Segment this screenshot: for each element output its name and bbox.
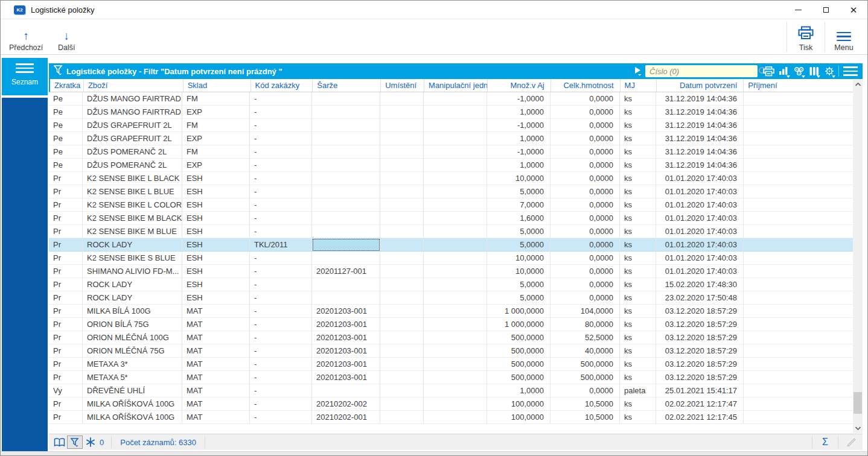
table-cell[interactable]: ks [620, 305, 656, 318]
table-cell[interactable] [424, 252, 487, 265]
table-cell[interactable] [424, 198, 487, 212]
table-cell[interactable]: ESH [182, 265, 250, 278]
table-cell[interactable]: Pe [49, 106, 83, 119]
table-cell[interactable]: ks [620, 145, 656, 159]
table-row[interactable]: PeDŽUS MANGO FAIRTRAD...FM--1,00000,0000… [49, 92, 853, 106]
table-cell[interactable] [744, 172, 853, 185]
table-cell[interactable]: FM [182, 119, 250, 132]
table-cell[interactable]: ESH [182, 238, 250, 252]
table-row[interactable]: PrK2 SENSE BIKE S BLUEESH-10,00000,0000k… [49, 252, 853, 265]
table-cell[interactable] [424, 132, 487, 145]
table-cell[interactable] [744, 265, 853, 278]
table-cell[interactable]: 20201203-001 [312, 344, 380, 358]
table-cell[interactable]: 0,0000 [550, 291, 620, 305]
table-cell[interactable]: - [250, 305, 312, 318]
table-cell[interactable]: - [250, 185, 312, 198]
table-cell[interactable] [380, 305, 424, 318]
vertical-scrollbar[interactable] [853, 80, 863, 433]
column-header[interactable]: Zkratka [50, 79, 84, 92]
table-cell[interactable]: 03.12.2020 18:57:29 [656, 358, 744, 371]
table-cell[interactable]: 0,0000 [550, 252, 620, 265]
column-header[interactable]: Umístění [381, 79, 424, 92]
table-cell[interactable]: - [250, 331, 312, 344]
table-cell[interactable] [312, 291, 380, 305]
table-cell[interactable]: - [250, 318, 312, 331]
table-cell[interactable]: 1 000,0000 [487, 318, 550, 331]
table-cell[interactable] [380, 225, 424, 238]
table-cell[interactable]: - [250, 358, 312, 371]
table-cell[interactable]: FM [182, 145, 250, 159]
table-cell[interactable]: MAT [182, 344, 250, 358]
table-cell[interactable]: 01.01.2020 17:40:03 [656, 212, 744, 225]
run-script-button[interactable] [632, 63, 644, 79]
table-cell[interactable]: 100,0000 [487, 397, 550, 411]
table-cell[interactable] [744, 252, 853, 265]
table-cell[interactable]: Pe [49, 159, 83, 172]
settings-gear-button[interactable] [822, 63, 837, 79]
search-input[interactable] [645, 66, 758, 77]
table-cell[interactable]: Pr [49, 265, 83, 278]
table-cell[interactable]: 100,0000 [487, 411, 550, 424]
table-cell[interactable]: MAT [182, 318, 250, 331]
table-cell[interactable]: ROCK LADY [83, 278, 182, 291]
table-cell[interactable] [312, 278, 380, 291]
table-cell[interactable]: METAXA 3* [83, 358, 182, 371]
table-cell[interactable] [744, 238, 853, 252]
table-cell[interactable]: Pr [49, 198, 83, 212]
column-header[interactable]: Šarže [313, 79, 381, 92]
table-cell[interactable]: 01.01.2020 17:40:03 [656, 185, 744, 198]
table-cell[interactable]: - [250, 411, 312, 424]
table-cell[interactable]: K2 SENSE BIKE L BLUE [83, 185, 182, 198]
table-cell[interactable] [424, 358, 487, 371]
scroll-down-button[interactable] [853, 423, 863, 433]
table-cell[interactable]: - [250, 252, 312, 265]
table-cell[interactable]: 5,0000 [487, 278, 550, 291]
table-cell[interactable]: 10,5000 [550, 397, 620, 411]
column-header[interactable]: Sklad [183, 79, 251, 92]
table-cell[interactable]: DŽUS GRAPEFRUIT 2L [83, 132, 182, 145]
table-cell[interactable] [744, 384, 853, 397]
table-cell[interactable] [424, 159, 487, 172]
table-cell[interactable] [424, 92, 487, 106]
table-cell[interactable] [380, 185, 424, 198]
table-cell[interactable]: EXP [182, 106, 250, 119]
sidebar-tab-seznam[interactable]: Seznam [2, 58, 48, 95]
table-cell[interactable]: 500,0000 [487, 358, 550, 371]
table-cell[interactable]: 23.02.2020 17:50:48 [656, 291, 744, 305]
table-cell[interactable]: ks [620, 411, 656, 424]
table-row[interactable]: PeDŽUS GRAPEFRUIT 2LEXP-1,00000,0000ks31… [49, 132, 853, 145]
table-row[interactable]: PrROCK LADYESH-5,00000,0000ks15.02.2020 … [49, 278, 853, 291]
table-cell[interactable]: ks [620, 278, 656, 291]
table-cell[interactable] [312, 252, 380, 265]
table-cell[interactable]: 0,0000 [550, 265, 620, 278]
table-cell[interactable]: 25.01.2021 15:41:17 [656, 384, 744, 397]
table-cell[interactable] [312, 172, 380, 185]
columns-button[interactable] [806, 63, 822, 79]
table-row[interactable]: PeDŽUS POMERANČ 2LEXP-1,00000,0000ks31.1… [49, 159, 853, 172]
table-cell[interactable]: 10,5000 [550, 411, 620, 424]
table-cell[interactable]: - [250, 198, 312, 212]
table-cell[interactable]: 03.12.2020 18:57:29 [656, 305, 744, 318]
table-row[interactable]: PrORION BÍLÁ 75GMAT-20201203-0011 000,00… [49, 318, 853, 331]
table-cell[interactable]: 0,0000 [550, 172, 620, 185]
table-cell[interactable]: ks [620, 159, 656, 172]
table-cell[interactable]: 15.02.2020 17:48:30 [656, 278, 744, 291]
table-cell[interactable]: MAT [182, 305, 250, 318]
table-cell[interactable]: ESH [182, 291, 250, 305]
table-cell[interactable]: -1,0000 [487, 145, 550, 159]
table-cell[interactable]: Pr [49, 278, 83, 291]
table-cell[interactable]: Pr [49, 344, 83, 358]
table-row[interactable]: PrROCK LADYESH-5,00000,0000ks23.02.2020 … [49, 291, 853, 305]
table-cell[interactable] [312, 145, 380, 159]
table-cell[interactable]: ks [620, 212, 656, 225]
table-cell[interactable]: Pr [49, 172, 83, 185]
table-cell[interactable]: - [250, 344, 312, 358]
table-cell[interactable]: Pr [49, 238, 83, 252]
table-cell[interactable]: 104,0000 [550, 305, 620, 318]
table-cell[interactable] [312, 185, 380, 198]
table-cell[interactable]: ks [620, 185, 656, 198]
column-header[interactable]: Celk.hmotnost [551, 79, 621, 92]
table-cell[interactable]: 01.01.2020 17:40:03 [656, 172, 744, 185]
table-cell[interactable]: ks [620, 119, 656, 132]
table-cell[interactable]: 31.12.2019 14:04:36 [656, 145, 744, 159]
